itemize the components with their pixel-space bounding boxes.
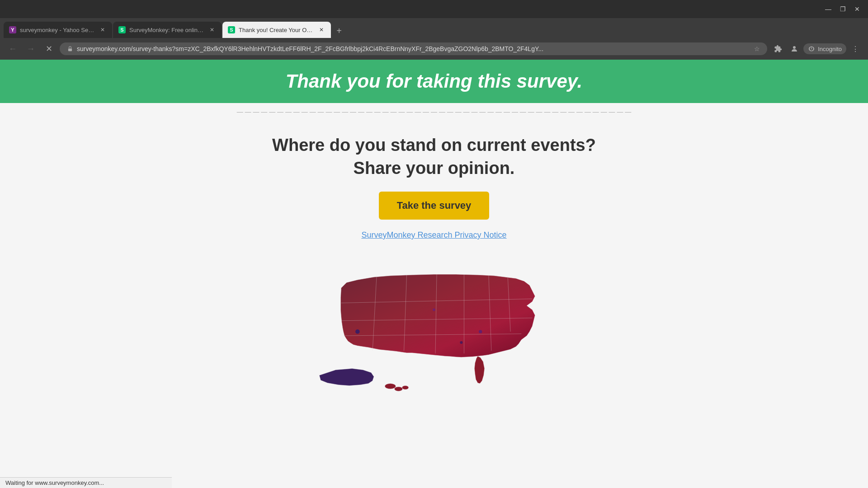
promo-heading-line1: Where do you stand on current events? — [9, 136, 859, 155]
privacy-notice-link[interactable]: SurveyMonkey Research Privacy Notice — [9, 230, 859, 240]
tab-close-yahoo[interactable]: ✕ — [99, 26, 107, 34]
take-survey-button[interactable]: Take the survey — [379, 192, 490, 220]
promo-heading-line2: Share your opinion. — [9, 159, 859, 178]
tab-close-thankyou[interactable]: ✕ — [317, 26, 326, 34]
url-icons: ☆ — [754, 45, 760, 52]
tab-favicon-thankyou: S — [228, 26, 235, 33]
tab-yahoo-search[interactable]: Y surveymonkey - Yahoo Search ✕ — [4, 22, 112, 38]
incognito-label: Incognito — [818, 46, 842, 52]
lock-icon — [67, 46, 73, 52]
reload-button[interactable]: ✕ — [42, 42, 56, 56]
url-bar[interactable]: surveymonkey.com/survey-thanks?sm=zXC_2B… — [60, 42, 767, 55]
tab-bar: Y surveymonkey - Yahoo Search ✕ S Survey… — [0, 18, 868, 38]
svg-rect-0 — [68, 48, 72, 51]
incognito-icon — [808, 45, 815, 52]
tab-title-sm: SurveyMonkey: Free online sur... — [129, 27, 204, 33]
close-button[interactable]: ✕ — [852, 4, 863, 14]
subtitle-area: — — — — — — — — — — — — — — — — — — — — … — [0, 103, 868, 117]
svg-point-16 — [460, 341, 462, 344]
green-banner: Thank you for taking this survey. — [0, 60, 868, 103]
maximize-button[interactable]: ❐ — [837, 4, 848, 14]
thank-you-heading: Thank you for taking this survey. — [9, 70, 859, 92]
page-content: Thank you for taking this survey. — — — … — [0, 60, 868, 488]
svg-point-1 — [793, 46, 796, 49]
address-bar: ← → ✕ surveymonkey.com/survey-thanks?sm=… — [0, 38, 868, 60]
tab-surveymonkey-main[interactable]: S SurveyMonkey: Free online sur... ✕ — [113, 22, 222, 38]
svg-point-4 — [402, 386, 409, 389]
svg-point-14 — [355, 329, 360, 334]
tab-title-thankyou: Thank you! Create Your Own O... — [239, 27, 314, 33]
title-bar: — ❐ ✕ — [0, 0, 868, 18]
divider-text: — — — — — — — — — — — — — — — — — — — — … — [237, 108, 632, 115]
promo-section: Where do you stand on current events? Sh… — [0, 117, 868, 430]
status-bar: Waiting for www.surveymonkey.com... — [0, 477, 172, 488]
tab-close-sm[interactable]: ✕ — [208, 26, 216, 34]
url-text: surveymonkey.com/survey-thanks?sm=zXC_2B… — [77, 45, 750, 52]
minimize-button[interactable]: — — [823, 4, 834, 14]
back-button[interactable]: ← — [5, 42, 20, 56]
browser-chrome: — ❐ ✕ Y surveymonkey - Yahoo Search ✕ S … — [0, 0, 868, 60]
svg-point-15 — [479, 330, 482, 333]
bookmark-icon[interactable]: ☆ — [754, 45, 760, 52]
tab-favicon-sm: S — [118, 26, 126, 33]
incognito-badge: Incognito — [803, 43, 846, 54]
svg-point-3 — [394, 387, 402, 391]
forward-button[interactable]: → — [24, 42, 38, 56]
extensions-button[interactable] — [771, 42, 785, 56]
usa-map — [303, 253, 565, 421]
tab-thank-you[interactable]: S Thank you! Create Your Own O... ✕ — [222, 22, 331, 38]
tab-title-yahoo: surveymonkey - Yahoo Search — [20, 27, 95, 33]
menu-button[interactable]: ⋮ — [848, 42, 863, 56]
svg-point-2 — [385, 384, 396, 389]
svg-point-17 — [433, 309, 435, 311]
tab-favicon-yahoo: Y — [9, 26, 16, 33]
usa-map-container — [9, 253, 859, 421]
window-controls: — ❐ ✕ — [823, 4, 863, 14]
browser-right-icons: Incognito ⋮ — [771, 42, 863, 56]
profile-button[interactable] — [787, 42, 802, 56]
new-tab-button[interactable]: + — [332, 23, 346, 38]
status-text: Waiting for www.surveymonkey.com... — [5, 479, 104, 486]
